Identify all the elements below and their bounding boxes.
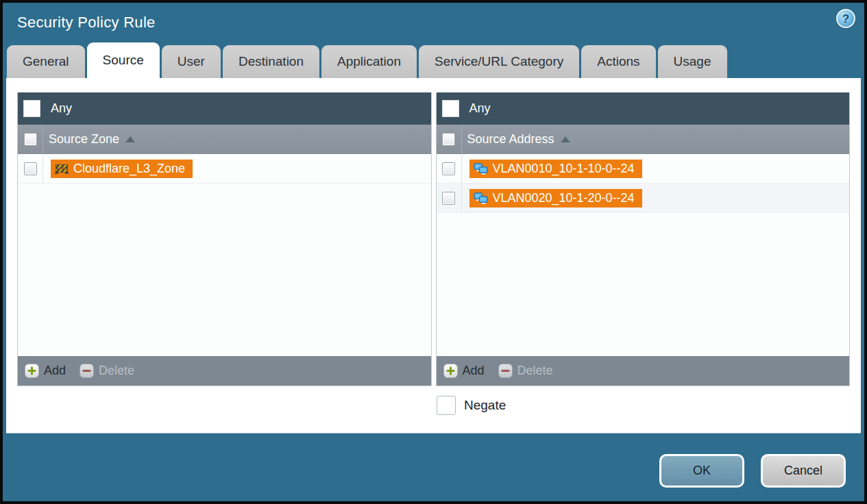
source-address-list: VLAN0010_10-1-10-0--24	[437, 154, 850, 356]
tab-service-url-category[interactable]: Service/URL Category	[419, 45, 579, 78]
tab-destination[interactable]: Destination	[223, 45, 319, 78]
source-zone-any-header: Any	[18, 92, 431, 125]
row-checkbox-cell	[437, 184, 462, 212]
minus-icon	[80, 364, 94, 378]
address-name: VLAN0020_10-1-20-0--24	[493, 191, 635, 205]
dialog-title: Security Policy Rule	[17, 14, 156, 32]
plus-icon	[443, 364, 458, 378]
source-zone-footer: Add Delete	[18, 356, 431, 386]
source-zone-any-checkbox[interactable]	[23, 100, 40, 117]
row-checkbox[interactable]	[442, 162, 455, 175]
negate-checkbox[interactable]	[437, 396, 456, 415]
delete-button[interactable]: Delete	[498, 364, 553, 378]
source-address-column-title: Source Address	[467, 132, 554, 147]
dialog-titlebar: Security Policy Rule ?	[3, 3, 864, 42]
table-row[interactable]: Cloudflare_L3_Zone	[18, 154, 431, 184]
address-name: VLAN0010_10-1-10-0--24	[493, 162, 635, 176]
zone-icon	[55, 163, 69, 174]
source-zone-list: Cloudflare_L3_Zone	[18, 154, 431, 356]
plus-icon	[25, 364, 39, 378]
negate-row: Negate	[437, 396, 850, 415]
address-icon	[474, 163, 488, 175]
row-checkbox-cell	[18, 154, 43, 183]
row-checkbox-cell	[437, 154, 462, 183]
row-checkbox[interactable]	[442, 192, 455, 205]
delete-label: Delete	[517, 364, 553, 378]
security-policy-rule-dialog: Security Policy Rule ? General Source Us…	[0, 0, 867, 504]
table-row[interactable]: VLAN0020_10-1-20-0--24	[437, 184, 850, 213]
delete-label: Delete	[99, 364, 134, 378]
header-checkbox-cell	[18, 125, 43, 154]
zone-name: Cloudflare_L3_Zone	[73, 162, 185, 176]
source-zone-any-label: Any	[51, 101, 72, 116]
tab-user[interactable]: User	[162, 45, 221, 78]
address-icon	[474, 192, 488, 204]
delete-button[interactable]: Delete	[80, 364, 134, 378]
source-tab-content: Any Source Zone	[6, 78, 861, 433]
dialog-footer: OK Cancel	[3, 433, 864, 501]
add-button[interactable]: Add	[25, 364, 66, 378]
add-label: Add	[44, 364, 66, 378]
sort-ascending-icon[interactable]	[125, 136, 135, 142]
sort-ascending-icon[interactable]	[561, 136, 570, 142]
source-address-footer: Add Delete	[437, 356, 850, 386]
tab-general[interactable]: General	[7, 45, 85, 78]
address-chip[interactable]: VLAN0010_10-1-10-0--24	[469, 160, 642, 178]
add-button[interactable]: Add	[443, 364, 485, 378]
source-address-select-all-checkbox[interactable]	[442, 133, 455, 146]
header-checkbox-cell	[437, 125, 462, 154]
negate-label: Negate	[464, 398, 506, 413]
tab-application[interactable]: Application	[321, 45, 417, 78]
tab-actions[interactable]: Actions	[581, 45, 655, 78]
source-address-any-checkbox[interactable]	[442, 100, 459, 117]
source-zone-column-title: Source Zone	[49, 132, 119, 147]
tab-source[interactable]: Source	[87, 42, 160, 78]
ok-button[interactable]: OK	[659, 454, 744, 488]
address-chip[interactable]: VLAN0020_10-1-20-0--24	[469, 189, 642, 207]
table-row[interactable]: VLAN0010_10-1-10-0--24	[437, 154, 850, 184]
source-address-any-label: Any	[469, 101, 491, 116]
help-icon[interactable]: ?	[836, 9, 855, 28]
source-address-any-header: Any	[437, 92, 850, 125]
panels-container: Any Source Zone	[17, 92, 850, 386]
tab-usage[interactable]: Usage	[658, 45, 727, 78]
tab-bar: General Source User Destination Applicat…	[3, 42, 864, 78]
source-zone-panel: Any Source Zone	[17, 92, 432, 386]
cancel-button[interactable]: Cancel	[761, 454, 846, 488]
help-glyph: ?	[842, 13, 849, 25]
minus-icon	[498, 364, 513, 378]
source-zone-select-all-checkbox[interactable]	[24, 133, 37, 146]
add-label: Add	[463, 364, 485, 378]
source-zone-column-header[interactable]: Source Zone	[18, 125, 431, 154]
source-address-column-header[interactable]: Source Address	[437, 125, 850, 154]
source-address-panel: Any Source Address	[436, 92, 851, 386]
zone-chip[interactable]: Cloudflare_L3_Zone	[51, 160, 193, 178]
row-checkbox[interactable]	[24, 162, 37, 175]
